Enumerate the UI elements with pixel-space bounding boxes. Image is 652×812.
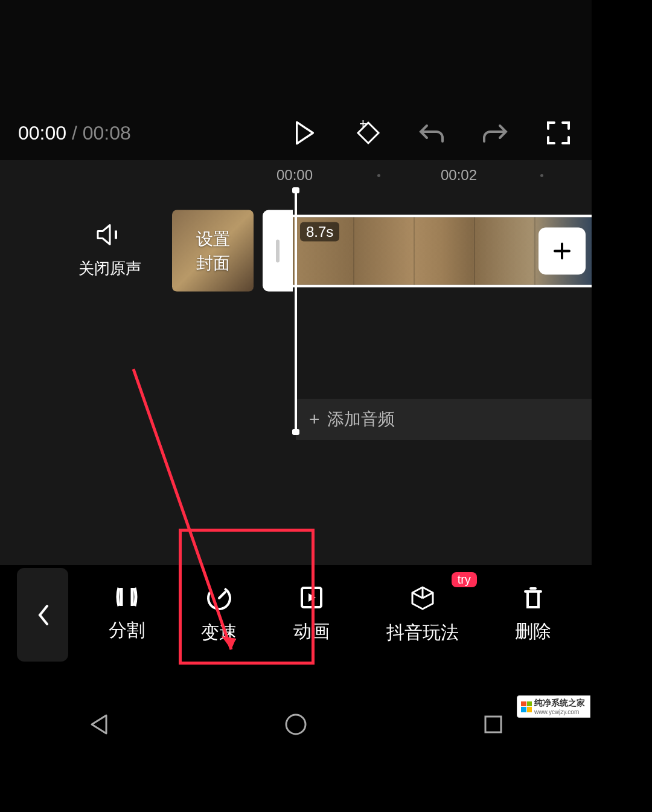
nav-recent-button[interactable] (475, 706, 511, 743)
current-time: 00:00 (18, 122, 66, 144)
split-icon (114, 584, 139, 610)
windows-icon (521, 701, 532, 712)
mute-label: 关闭原声 (78, 258, 141, 279)
svg-point-7 (286, 715, 305, 734)
time-ruler: 00:00 00:02 (0, 160, 592, 190)
triangle-back-icon (88, 713, 109, 736)
video-clip[interactable]: 8.7s (293, 214, 592, 287)
keyframe-button[interactable]: + (353, 118, 383, 148)
back-button[interactable] (17, 568, 68, 662)
add-audio-button[interactable]: + 添加音频 (296, 399, 592, 440)
douyin-effects-button[interactable]: try 抖音玩法 (382, 575, 464, 655)
ruler-tick-0: 00:00 (276, 167, 313, 184)
svg-text:+: + (359, 119, 367, 131)
svg-rect-8 (485, 717, 501, 732)
delete-label: 删除 (515, 619, 551, 644)
try-badge: try (452, 572, 477, 587)
mute-original-button[interactable]: 关闭原声 (78, 223, 141, 279)
total-time: 00:08 (83, 122, 131, 144)
trash-icon (520, 584, 546, 611)
nav-back-button[interactable] (80, 706, 117, 743)
system-navbar (0, 697, 592, 752)
plus-icon: + (309, 409, 320, 430)
split-button[interactable]: 分割 (104, 575, 150, 655)
add-clip-button[interactable] (539, 227, 586, 274)
watermark-text: 纯净系统之家 (534, 698, 585, 709)
player-controls: + (143, 118, 574, 148)
circle-home-icon (284, 713, 307, 736)
watermark-url: www.ycwjzy.com (534, 709, 585, 715)
delete-button[interactable]: 删除 (510, 575, 556, 655)
douyin-label: 抖音玩法 (386, 620, 459, 645)
clip-container: 8.7s (263, 210, 592, 292)
svg-rect-1 (115, 231, 117, 239)
set-cover-button[interactable]: 设置 封面 (172, 210, 254, 292)
edit-toolbar: 分割 变速 动画 try 抖音玩法 删除 (0, 565, 592, 665)
speed-icon (205, 584, 233, 612)
animation-label: 动画 (293, 619, 330, 644)
clip-duration-label: 8.7s (300, 222, 339, 241)
time-separator: / (66, 122, 83, 144)
tool-items: 分割 变速 动画 try 抖音玩法 删除 (68, 575, 592, 655)
speed-button[interactable]: 变速 (196, 575, 242, 655)
clip-trim-handle-left[interactable] (263, 210, 293, 292)
add-audio-label: 添加音频 (327, 408, 395, 431)
cover-label: 设置 封面 (196, 227, 230, 274)
svg-line-5 (219, 592, 225, 598)
watermark: 纯净系统之家 www.ycwjzy.com (517, 695, 590, 718)
play-button[interactable] (290, 118, 320, 148)
ruler-dot (540, 174, 543, 177)
ruler-dot (377, 174, 380, 177)
playhead[interactable] (295, 190, 297, 432)
timeline[interactable]: 00:00 00:02 关闭原声 设置 封面 8.7s + 添加音频 (0, 160, 592, 565)
ruler-tick-2: 00:02 (441, 167, 477, 184)
fullscreen-button[interactable] (543, 118, 574, 148)
square-recent-icon (484, 715, 503, 734)
chevron-left-icon (36, 604, 50, 627)
nav-home-button[interactable] (278, 706, 314, 743)
video-preview: 00:00 / 00:08 + (0, 0, 592, 160)
split-label: 分割 (109, 618, 145, 643)
plus-icon (551, 240, 573, 262)
redo-button[interactable] (480, 118, 510, 148)
undo-button[interactable] (417, 118, 447, 148)
animation-button[interactable]: 动画 (289, 575, 334, 655)
animation-icon (298, 584, 325, 611)
speed-label: 变速 (201, 620, 237, 645)
player-bar: 00:00 / 00:08 + (0, 118, 592, 148)
time-display: 00:00 / 00:08 (18, 122, 131, 144)
speaker-icon (95, 223, 124, 247)
cube-icon (409, 584, 436, 612)
